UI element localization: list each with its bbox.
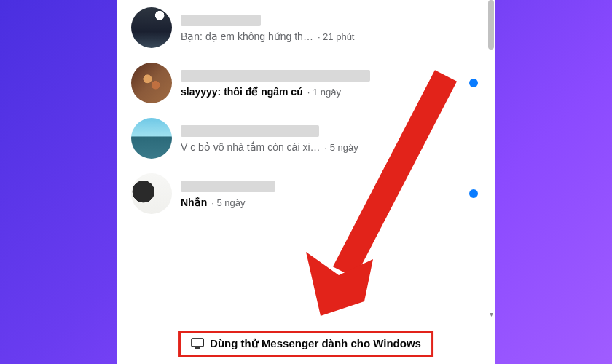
try-messenger-windows-banner[interactable]: Dùng thử Messenger dành cho Windows: [178, 331, 434, 357]
monitor-icon: [191, 338, 204, 349]
scrollbar-thumb[interactable]: [488, 0, 494, 50]
chat-time: · 21 phút: [318, 31, 355, 42]
chat-row[interactable]: V c bỏ vô nhà tắm còn cái xi… · 5 ngày: [131, 111, 484, 166]
chat-list: Bạn: dạ em không hứng th… · 21 phút slay…: [117, 0, 495, 221]
avatar: [131, 63, 172, 103]
chat-row[interactable]: Bạn: dạ em không hứng th… · 21 phút: [131, 0, 484, 55]
redacted-name: [181, 70, 370, 82]
redacted-name: [181, 125, 319, 137]
chat-preview: Bạn: dạ em không hứng th…: [181, 31, 313, 42]
svg-rect-1: [195, 347, 200, 349]
chat-preview: V c bỏ vô nhà tắm còn cái xi…: [181, 141, 321, 153]
avatar: [131, 173, 172, 214]
chat-preview: Nhắn: [181, 197, 207, 208]
chat-row[interactable]: Nhắn · 5 ngày: [131, 166, 484, 221]
chat-content: V c bỏ vô nhà tắm còn cái xi… · 5 ngày: [181, 124, 484, 153]
avatar: [131, 7, 172, 48]
chat-content: Bạn: dạ em không hứng th… · 21 phút: [181, 13, 484, 42]
unread-indicator: [469, 79, 478, 87]
chat-content: slayyyy: thôi để ngâm cú · 1 ngày: [181, 68, 484, 98]
svg-marker-2: [306, 252, 373, 316]
scrollbar-down-icon[interactable]: ▾: [487, 310, 495, 319]
redacted-name: [181, 15, 261, 26]
chat-time: · 5 ngày: [211, 197, 245, 208]
chat-time: · 1 ngày: [307, 87, 341, 98]
redacted-name: [181, 181, 275, 192]
chat-panel: Bạn: dạ em không hứng th… · 21 phút slay…: [117, 0, 495, 364]
chat-time: · 5 ngày: [325, 142, 358, 153]
svg-rect-0: [192, 339, 203, 347]
chat-preview: slayyyy: thôi để ngâm cú: [181, 86, 303, 98]
chat-row[interactable]: slayyyy: thôi để ngâm cú · 1 ngày: [131, 55, 484, 111]
app-background: Bạn: dạ em không hứng th… · 21 phút slay…: [0, 0, 612, 364]
banner-text: Dùng thử Messenger dành cho Windows: [210, 337, 421, 350]
unread-indicator: [469, 189, 478, 198]
chat-content: Nhắn · 5 ngày: [181, 179, 484, 208]
avatar: [131, 118, 172, 159]
